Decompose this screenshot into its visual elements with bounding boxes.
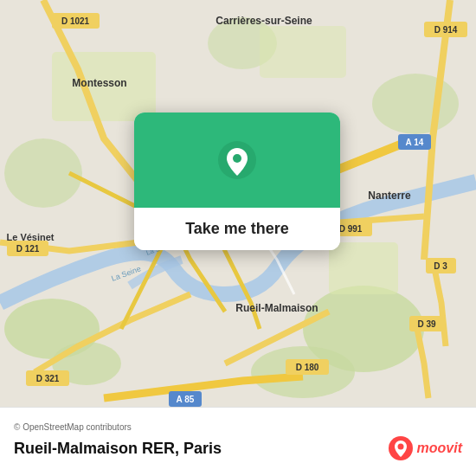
svg-text:A 14: A 14 xyxy=(406,138,424,147)
moovit-logo: moovit xyxy=(388,435,462,461)
svg-text:D 180: D 180 xyxy=(296,363,319,372)
svg-text:D 321: D 321 xyxy=(36,374,60,383)
svg-text:D 1021: D 1021 xyxy=(61,16,90,26)
svg-text:D 914: D 914 xyxy=(434,25,458,35)
station-name: Rueil-Malmaison RER, Paris xyxy=(14,440,222,458)
svg-point-41 xyxy=(233,154,241,163)
svg-point-43 xyxy=(397,444,403,450)
attribution-text: © OpenStreetMap contributors xyxy=(14,422,462,432)
bottom-bar: © OpenStreetMap contributors Rueil-Malma… xyxy=(0,407,476,476)
svg-text:D 3: D 3 xyxy=(434,261,447,271)
moovit-text: moovit xyxy=(417,441,462,456)
svg-text:Nanterre: Nanterre xyxy=(368,190,411,202)
popup-header xyxy=(134,113,340,208)
svg-text:A 85: A 85 xyxy=(177,395,195,404)
svg-text:Montesson: Montesson xyxy=(72,77,126,89)
svg-text:D 121: D 121 xyxy=(16,244,40,254)
take-me-there-label: Take me there xyxy=(185,220,289,238)
location-pin-icon xyxy=(216,139,258,181)
station-row: Rueil-Malmaison RER, Paris moovit xyxy=(14,435,462,461)
moovit-icon xyxy=(388,435,414,461)
station-city-separator: , xyxy=(175,440,183,457)
svg-text:Carrières-sur-Seine: Carrières-sur-Seine xyxy=(215,15,312,27)
svg-rect-10 xyxy=(329,242,398,294)
svg-text:D 39: D 39 xyxy=(417,319,436,329)
svg-text:D 991: D 991 xyxy=(339,224,363,234)
svg-point-5 xyxy=(372,74,459,134)
take-me-there-button[interactable]: Take me there xyxy=(134,208,340,250)
popup-card: Take me there xyxy=(134,113,340,250)
svg-text:Rueil-Malmaison: Rueil-Malmaison xyxy=(235,302,318,314)
svg-text:Le Vésinet: Le Vésinet xyxy=(6,232,54,242)
svg-rect-9 xyxy=(260,26,346,78)
